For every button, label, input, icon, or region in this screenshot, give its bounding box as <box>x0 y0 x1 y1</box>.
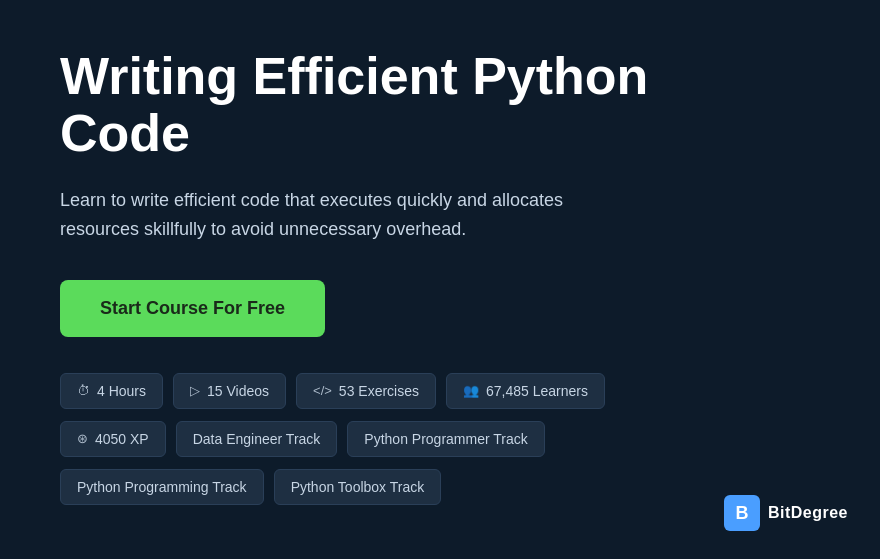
course-description: Learn to write efficient code that execu… <box>60 186 620 244</box>
bitdegree-logo-text: BitDegree <box>768 504 848 522</box>
badge-learners: 👥 67,485 Learners <box>446 373 605 409</box>
xp-icon: ⊛ <box>77 431 88 446</box>
badges-row-1: ⏱ 4 Hours ▷ 15 Videos </> 53 Exercises 👥… <box>60 373 700 409</box>
users-icon: 👥 <box>463 383 479 398</box>
badges-row-2: ⊛ 4050 XP Data Engineer Track Python Pro… <box>60 421 700 457</box>
badge-xp: ⊛ 4050 XP <box>60 421 166 457</box>
bitdegree-logo-icon: B <box>724 495 760 531</box>
badges-row-3: Python Programming Track Python Toolbox … <box>60 469 700 505</box>
bitdegree-logo: B BitDegree <box>724 495 848 531</box>
course-title: Writing Efficient Python Code <box>60 48 700 162</box>
play-icon: ▷ <box>190 383 200 398</box>
clock-icon: ⏱ <box>77 383 90 398</box>
badge-python-toolbox-track: Python Toolbox Track <box>274 469 442 505</box>
badge-python-programmer-track: Python Programmer Track <box>347 421 544 457</box>
code-icon: </> <box>313 383 332 398</box>
badge-videos: ▷ 15 Videos <box>173 373 286 409</box>
badge-python-programming-track: Python Programming Track <box>60 469 264 505</box>
main-content: Writing Efficient Python Code Learn to w… <box>0 0 760 557</box>
start-course-button[interactable]: Start Course For Free <box>60 280 325 337</box>
badge-hours: ⏱ 4 Hours <box>60 373 163 409</box>
badge-exercises: </> 53 Exercises <box>296 373 436 409</box>
badge-data-engineer-track: Data Engineer Track <box>176 421 338 457</box>
